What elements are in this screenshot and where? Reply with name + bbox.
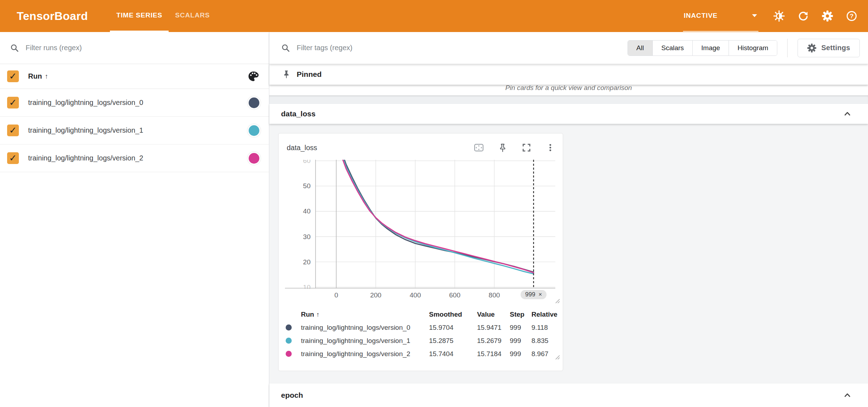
scalar-card-data-loss: data_loss — [278, 133, 563, 371]
sort-asc-icon[interactable]: ↑ — [45, 73, 48, 80]
section-header-data-loss[interactable]: data_loss — [269, 104, 868, 124]
fit-to-data-button[interactable] — [473, 142, 484, 153]
settings-button[interactable]: Settings — [798, 39, 860, 57]
run-filter-input[interactable] — [26, 44, 260, 52]
svg-text:60: 60 — [303, 160, 311, 164]
help-icon: ? — [846, 10, 857, 22]
filter-image-button[interactable]: Image — [693, 41, 729, 56]
svg-text:40: 40 — [303, 207, 311, 215]
app-header: TensorBoard TIME SERIES SCALARS INACTIVE — [0, 0, 868, 32]
more-vert-icon — [546, 143, 555, 152]
x-tick-label: 200 — [370, 291, 381, 299]
palette-icon[interactable] — [248, 70, 259, 82]
runs-sidebar: ✓ Run ↑ ✓ training_log/lightning_logs/ve… — [0, 32, 269, 407]
app-title: TensorBoard — [0, 0, 88, 32]
chart-resize-handle[interactable] — [554, 298, 560, 303]
tensorboard-app: TensorBoard TIME SERIES SCALARS INACTIVE — [0, 0, 868, 407]
run-row-version-0[interactable]: ✓ training_log/lightning_logs/version_0 — [0, 89, 269, 117]
col-step: Step — [510, 311, 531, 318]
run-row-version-1[interactable]: ✓ training_log/lightning_logs/version_1 — [0, 117, 269, 144]
plugin-filter-group: All Scalars Image Histogram — [628, 40, 777, 56]
status-label: INACTIVE — [684, 12, 718, 20]
brightness-toggle-button[interactable] — [773, 10, 785, 22]
table-row[interactable]: training_log/lightning_logs/version_0 15… — [279, 321, 563, 334]
chevron-up-icon[interactable] — [843, 391, 852, 400]
svg-text:50: 50 — [303, 182, 311, 190]
x-tick-label: 0 — [334, 291, 338, 299]
x-tick-label: 600 — [449, 291, 461, 299]
pin-card-button[interactable] — [497, 142, 508, 153]
refresh-icon — [798, 10, 809, 22]
main-panel: All Scalars Image Histogram — [269, 32, 868, 407]
pinned-empty-hint: Pin cards for a quick view and compariso… — [506, 85, 632, 95]
card-menu-button[interactable] — [545, 142, 556, 153]
run-checkbox[interactable]: ✓ — [7, 125, 19, 136]
col-smoothed: Smoothed — [429, 311, 477, 318]
settings-button-header[interactable] — [822, 10, 833, 22]
fullscreen-icon — [522, 143, 531, 153]
run-color-dot — [249, 153, 259, 164]
gear-icon — [807, 43, 816, 53]
pinned-empty-hint-row: Pin cards for a quick view and compariso… — [269, 85, 868, 95]
run-values-table: Run↑ Smoothed Value Step Relative traini… — [279, 308, 563, 360]
filter-all-button[interactable]: All — [628, 41, 653, 56]
toolbar-divider — [787, 39, 788, 57]
x-tick-label: 800 — [489, 291, 500, 299]
header-actions: INACTIVE — [683, 0, 868, 32]
main-tabs: TIME SERIES SCALARS — [110, 0, 216, 32]
card-title: data_loss — [287, 144, 317, 152]
search-icon — [10, 43, 19, 53]
x-tick-label: 400 — [410, 291, 421, 299]
table-row[interactable]: training_log/lightning_logs/version_1 15… — [279, 334, 563, 347]
tab-time-series[interactable]: TIME SERIES — [110, 0, 169, 32]
section-gap — [269, 95, 868, 104]
line-chart[interactable]: 102030405060 999 × 0200400600800 — [279, 160, 563, 303]
reload-status-select[interactable]: INACTIVE — [683, 0, 758, 32]
reload-button[interactable] — [798, 10, 809, 22]
run-color-dot — [286, 338, 292, 344]
run-color-dot — [286, 351, 292, 357]
pinned-section-header: Pinned — [269, 64, 868, 85]
help-button[interactable]: ? — [846, 10, 857, 22]
sort-asc-icon[interactable]: ↑ — [316, 311, 319, 318]
run-color-dot — [249, 97, 259, 108]
run-row-version-2[interactable]: ✓ training_log/lightning_logs/version_2 — [0, 144, 269, 172]
fit-to-data-icon — [473, 142, 484, 153]
brightness-icon — [773, 10, 785, 22]
tag-filter-toolbar: All Scalars Image Histogram — [269, 32, 868, 64]
fullscreen-button[interactable] — [521, 142, 532, 153]
section-header-epoch[interactable]: epoch — [269, 384, 868, 407]
svg-text:20: 20 — [303, 258, 311, 266]
col-relative: Relative — [531, 311, 563, 318]
table-row[interactable]: training_log/lightning_logs/version_2 15… — [279, 347, 563, 360]
select-all-runs-checkbox[interactable]: ✓ — [7, 70, 19, 82]
gear-icon — [822, 10, 833, 22]
search-icon — [281, 43, 290, 53]
x-axis: 999 × 0200400600800 — [279, 289, 563, 303]
selected-step-pill[interactable]: 999 × — [520, 290, 546, 299]
filter-histogram-button[interactable]: Histogram — [729, 41, 777, 56]
svg-text:?: ? — [850, 12, 854, 20]
run-color-dot — [286, 324, 292, 331]
run-filter-row — [0, 32, 269, 64]
selected-step-value: 999 — [525, 291, 535, 298]
filter-scalars-button[interactable]: Scalars — [653, 41, 693, 56]
svg-text:30: 30 — [303, 233, 311, 240]
table-resize-handle[interactable] — [554, 354, 560, 360]
table-header-row: Run↑ Smoothed Value Step Relative — [279, 308, 563, 321]
remove-step-icon[interactable]: × — [539, 291, 542, 298]
pin-icon — [282, 70, 291, 79]
tag-filter-input[interactable] — [297, 44, 628, 52]
chevron-down-icon — [752, 14, 757, 17]
pin-icon — [498, 143, 508, 153]
run-checkbox[interactable]: ✓ — [7, 97, 19, 109]
runs-table-header: ✓ Run ↑ — [0, 64, 269, 89]
chart-plot-area[interactable]: 102030405060 — [285, 160, 555, 289]
tab-scalars[interactable]: SCALARS — [169, 0, 216, 32]
run-checkbox[interactable]: ✓ — [7, 152, 19, 164]
col-run: Run↑ — [301, 311, 429, 318]
run-color-dot — [249, 125, 259, 136]
chevron-up-icon[interactable] — [843, 109, 852, 118]
runs-column-label: Run — [28, 72, 42, 80]
cards-area: data_loss — [269, 124, 868, 384]
